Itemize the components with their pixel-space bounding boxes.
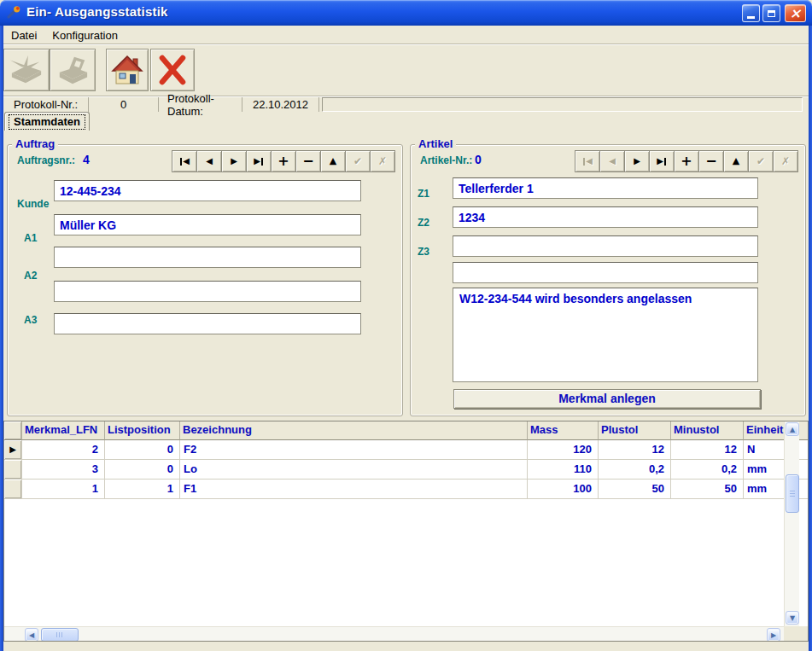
nav-first-button[interactable]: ◀: [172, 150, 197, 172]
scrollbar-corner: [784, 626, 808, 642]
auftrag-navigator: ◀◀▶▶+−▲✔✗: [172, 150, 395, 172]
z2-field[interactable]: [453, 206, 758, 228]
row-indicator: [4, 480, 22, 499]
nav-post-button: ✔: [345, 150, 371, 172]
artikel-caption: Artikel: [415, 137, 456, 150]
merkmal-anlegen-button[interactable]: Merkmal anlegen: [453, 389, 761, 409]
a1-field[interactable]: [54, 247, 361, 268]
grid-cell[interactable]: 12: [599, 440, 671, 460]
a2-label: A2: [24, 270, 37, 282]
menu-bar: Datei Konfiguration: [3, 26, 809, 44]
grid-cell[interactable]: 0,2: [671, 460, 744, 480]
protokoll-datum-label: Protokoll-Datum:: [159, 97, 242, 112]
nav-post-button: ✔: [748, 150, 774, 172]
minimize-icon: [747, 16, 755, 19]
grid-cell[interactable]: 2: [22, 440, 105, 460]
grid-cell[interactable]: 12: [671, 440, 744, 460]
grid-cell[interactable]: 50: [671, 480, 744, 499]
grid-cell[interactable]: 120: [528, 440, 599, 460]
nav-edit-button[interactable]: ▲: [320, 150, 346, 172]
z4-field[interactable]: [453, 262, 758, 283]
horizontal-scroll-thumb[interactable]: [41, 628, 79, 642]
auftrag-caption: Auftrag: [12, 137, 58, 150]
maximize-button[interactable]: [762, 4, 780, 22]
a3-field[interactable]: [54, 313, 361, 334]
nav-first-button: ◀: [575, 150, 600, 172]
printer-icon: [54, 54, 91, 86]
nav-prior-button[interactable]: ◀: [196, 150, 222, 172]
auftragsnr-value: 4: [83, 153, 90, 166]
app-window: Ein- Ausgangsstatistik × Datei Konfigura…: [0, 0, 812, 651]
nav-last-button[interactable]: ▶: [649, 150, 675, 172]
row-indicator: [4, 460, 22, 480]
grid-column-header[interactable]: Mass: [528, 421, 599, 440]
grid-cell[interactable]: 0: [105, 440, 180, 460]
protokoll-nr-label: Protokoll-Nr.:: [5, 97, 89, 112]
window-title: Ein- Ausgangsstatistik: [26, 4, 168, 19]
nav-prior-button: ◀: [599, 150, 625, 172]
grid-cell[interactable]: 110: [528, 460, 599, 480]
a2-field[interactable]: [54, 281, 361, 302]
grid-horizontal-scrollbar[interactable]: ◀ ▶: [4, 626, 787, 642]
scroll-right-button[interactable]: ▶: [767, 628, 780, 642]
nav-insert-button[interactable]: +: [271, 150, 296, 172]
grid-column-header[interactable]: Merkmal_LFN: [22, 421, 105, 440]
artikelnr-value: 0: [475, 153, 482, 166]
grid-column-header[interactable]: Bezeichnung: [180, 421, 528, 440]
vertical-scroll-thumb[interactable]: [786, 474, 799, 513]
grid-header-row: Merkmal_LFNListpositionBezeichnungMassPl…: [4, 421, 808, 440]
grid-cell[interactable]: 1: [105, 480, 180, 499]
minimize-button[interactable]: [742, 4, 760, 22]
z3-field[interactable]: [453, 235, 758, 257]
merkmal-grid: Merkmal_LFNListpositionBezeichnungMassPl…: [3, 421, 809, 642]
toolbar-print-button: [50, 49, 96, 91]
grid-column-header[interactable]: Minustol: [671, 421, 744, 440]
scroll-left-button[interactable]: ◀: [25, 628, 38, 642]
grid-cell[interactable]: Lo: [180, 460, 528, 480]
grid-vertical-scrollbar[interactable]: ▲ ▼: [784, 421, 799, 626]
scroll-up-button[interactable]: ▲: [786, 422, 799, 436]
protokoll-datum-value: 22.10.2012: [242, 97, 319, 112]
grid-cell[interactable]: 50: [599, 480, 671, 499]
grid-column-header[interactable]: Listposition: [105, 421, 180, 440]
grid-indicator-header: [4, 421, 22, 440]
nav-delete-button[interactable]: −: [295, 150, 321, 172]
grid-cell[interactable]: 100: [528, 480, 599, 499]
menu-konfiguration[interactable]: Konfiguration: [44, 27, 126, 44]
menu-datei[interactable]: Datei: [3, 27, 44, 44]
nav-last-button[interactable]: ▶: [246, 150, 272, 172]
kundennr-field[interactable]: [54, 180, 361, 201]
artikel-navigator: ◀◀▶▶+−▲✔✗: [575, 150, 798, 172]
maximize-icon: [768, 10, 775, 17]
tab-stammdaten[interactable]: Stammdaten: [4, 112, 90, 131]
grid-row[interactable]: ▶20F21201212N: [4, 440, 808, 460]
artikel-memo[interactable]: W12-234-544 wird besonders angelassen: [453, 288, 758, 382]
nav-next-button[interactable]: ▶: [221, 150, 247, 172]
grid-row[interactable]: 11F11005050mm: [4, 480, 808, 499]
close-button[interactable]: ×: [785, 4, 806, 22]
a3-label: A3: [24, 314, 37, 326]
z1-field[interactable]: [453, 177, 758, 199]
toolbar-cancel-button[interactable]: [150, 49, 195, 91]
toolbar-home-button[interactable]: [106, 49, 149, 91]
grid-column-header[interactable]: Plustol: [599, 421, 671, 440]
output-device-icon: [8, 54, 45, 86]
nav-insert-button[interactable]: +: [674, 150, 699, 172]
z2-label: Z2: [418, 217, 429, 229]
grid-cell[interactable]: 3: [22, 460, 105, 480]
grid-row[interactable]: 30Lo1100,20,2mm: [4, 460, 808, 480]
a1-label: A1: [24, 232, 37, 244]
scroll-down-button[interactable]: ▼: [786, 611, 799, 625]
tab-label: Stammdaten: [9, 114, 85, 130]
nav-next-button[interactable]: ▶: [624, 150, 650, 172]
grid-cell[interactable]: 0: [105, 460, 180, 480]
grid-cell[interactable]: F1: [180, 480, 528, 499]
toolbar-output-button: [3, 49, 50, 91]
grid-cell[interactable]: 0,2: [599, 460, 671, 480]
grid-cell[interactable]: 1: [22, 480, 105, 499]
nav-delete-button[interactable]: −: [698, 150, 724, 172]
nav-edit-button[interactable]: ▲: [723, 150, 749, 172]
kunde-name-field[interactable]: [54, 214, 361, 235]
auftragsnr-label: Auftragsnr.:: [17, 154, 75, 166]
grid-cell[interactable]: F2: [180, 440, 528, 460]
